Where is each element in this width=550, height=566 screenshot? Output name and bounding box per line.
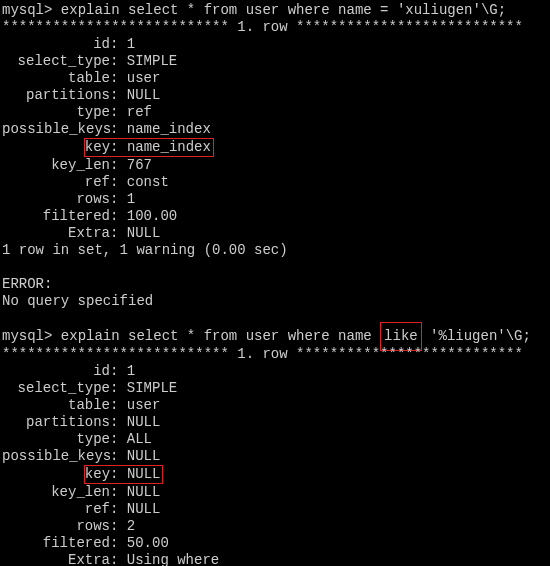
result-row: possible_keys: name_index xyxy=(2,121,548,138)
colon: : xyxy=(110,36,127,53)
result-label: ref xyxy=(2,501,110,518)
result-row: select_type: SIMPLE xyxy=(2,53,548,70)
colon: : xyxy=(110,501,127,518)
colon: : xyxy=(110,70,127,87)
result-row: type: ref xyxy=(2,104,548,121)
result-label: table xyxy=(2,70,110,87)
result-row: filtered: 100.00 xyxy=(2,208,548,225)
result-row: key: name_index xyxy=(2,138,548,157)
result-label: table xyxy=(2,397,110,414)
result-label: type xyxy=(2,104,110,121)
result-label: partitions xyxy=(2,87,110,104)
result-value: const xyxy=(127,174,169,191)
result-value: ALL xyxy=(127,431,152,448)
colon: : xyxy=(110,53,127,70)
result-row: Extra: Using where xyxy=(2,552,548,566)
result-value: 1 xyxy=(127,36,135,53)
result-row: partitions: NULL xyxy=(2,87,548,104)
result-value: NULL xyxy=(127,466,161,483)
result-row: id: 1 xyxy=(2,36,548,53)
result-label: possible_keys xyxy=(2,121,110,138)
colon: : xyxy=(110,484,127,501)
result-label: rows xyxy=(2,191,110,208)
result-value: NULL xyxy=(127,225,161,242)
result-label: filtered xyxy=(2,535,110,552)
result-label: possible_keys xyxy=(2,448,110,465)
sql-command: explain select * from user where name = … xyxy=(61,2,506,18)
result-label: select_type xyxy=(2,380,110,397)
result-label: key xyxy=(85,466,110,483)
result-row: table: user xyxy=(2,397,548,414)
result-value: NULL xyxy=(127,501,161,518)
result-label: Extra xyxy=(2,552,110,566)
result-value: user xyxy=(127,397,161,414)
colon: : xyxy=(110,157,127,174)
colon: : xyxy=(110,431,127,448)
result-label: id xyxy=(2,363,110,380)
result-label: filtered xyxy=(2,208,110,225)
result-row: key_len: 767 xyxy=(2,157,548,174)
blank-line xyxy=(2,310,548,327)
colon: : xyxy=(110,466,127,483)
colon: : xyxy=(110,518,127,535)
result-label: key xyxy=(85,139,110,156)
colon: : xyxy=(110,191,127,208)
colon: : xyxy=(110,104,127,121)
blank-line xyxy=(2,259,548,276)
colon: : xyxy=(110,552,127,566)
result-row: type: ALL xyxy=(2,431,548,448)
result-row: rows: 1 xyxy=(2,191,548,208)
prompt-line[interactable]: mysql> explain select * from user where … xyxy=(2,2,548,19)
colon: : xyxy=(110,397,127,414)
result-value: user xyxy=(127,70,161,87)
result-label: Extra xyxy=(2,225,110,242)
highlight-key-row: key: NULL xyxy=(84,465,164,484)
highlight-key-row: key: name_index xyxy=(84,138,214,157)
result-row: select_type: SIMPLE xyxy=(2,380,548,397)
result-row: filtered: 50.00 xyxy=(2,535,548,552)
result-value: NULL xyxy=(127,414,161,431)
result-value: 1 xyxy=(127,363,135,380)
result-label: type xyxy=(2,431,110,448)
result-value: ref xyxy=(127,104,152,121)
result-label: select_type xyxy=(2,53,110,70)
result-row: table: user xyxy=(2,70,548,87)
colon: : xyxy=(110,208,127,225)
result-value: 100.00 xyxy=(127,208,177,225)
colon: : xyxy=(110,225,127,242)
result-row: key_len: NULL xyxy=(2,484,548,501)
result-value: SIMPLE xyxy=(127,53,177,70)
result-label: ref xyxy=(2,174,110,191)
result-label: id xyxy=(2,36,110,53)
result-value: 50.00 xyxy=(127,535,169,552)
terminal-output: mysql> explain select * from user where … xyxy=(2,2,548,566)
row-separator: *************************** 1. row *****… xyxy=(2,19,548,36)
result-value: NULL xyxy=(127,448,161,465)
result-label: key_len xyxy=(2,484,110,501)
result-row: ref: NULL xyxy=(2,501,548,518)
result-row: Extra: NULL xyxy=(2,225,548,242)
mysql-prompt: mysql> xyxy=(2,2,52,18)
result-value: NULL xyxy=(127,87,161,104)
result-value: Using where xyxy=(127,552,219,566)
result-label: key_len xyxy=(2,157,110,174)
colon: : xyxy=(110,414,127,431)
prompt-line[interactable]: mysql> explain select * from user where … xyxy=(2,327,548,346)
result-value: name_index xyxy=(127,121,211,138)
sql-command: explain select * from user where name xyxy=(61,328,380,344)
colon: : xyxy=(110,87,127,104)
mysql-prompt: mysql> xyxy=(2,328,52,344)
result-label: partitions xyxy=(2,414,110,431)
result-value: NULL xyxy=(127,484,161,501)
result-row: partitions: NULL xyxy=(2,414,548,431)
colon: : xyxy=(110,363,127,380)
colon: : xyxy=(110,535,127,552)
summary-line: 1 row in set, 1 warning (0.00 sec) xyxy=(2,242,548,259)
colon: : xyxy=(110,174,127,191)
result-label: rows xyxy=(2,518,110,535)
result-row: id: 1 xyxy=(2,363,548,380)
result-value: SIMPLE xyxy=(127,380,177,397)
result-row: key: NULL xyxy=(2,465,548,484)
result-row: possible_keys: NULL xyxy=(2,448,548,465)
error-line: No query specified xyxy=(2,293,548,310)
